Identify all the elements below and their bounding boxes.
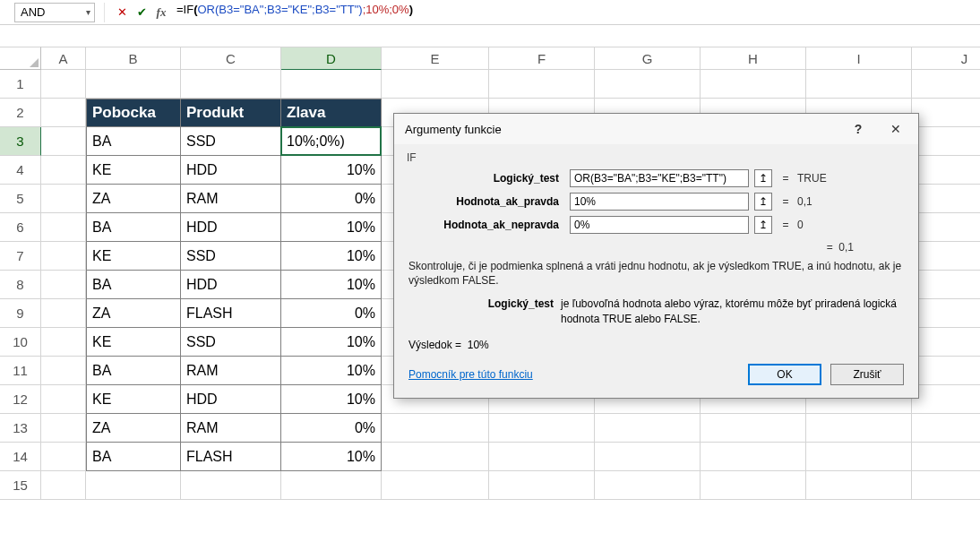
close-icon[interactable]: ✕ xyxy=(881,116,911,142)
row-header-13[interactable]: 13 xyxy=(0,414,41,443)
cell-D12[interactable]: 10% xyxy=(281,385,382,414)
arg-input-1[interactable] xyxy=(570,193,749,211)
collapse-dialog-icon[interactable]: ↥ xyxy=(754,193,772,211)
col-header-C[interactable]: C xyxy=(181,47,281,70)
cell-G1[interactable] xyxy=(595,70,701,99)
cell-D6[interactable]: 10% xyxy=(281,213,382,242)
cell-J4[interactable] xyxy=(912,156,980,185)
cell-D10[interactable]: 10% xyxy=(281,328,382,357)
cell-C8[interactable]: HDD xyxy=(181,271,281,299)
col-header-F[interactable]: F xyxy=(489,47,595,70)
cell-J10[interactable] xyxy=(912,328,980,357)
cell-J15[interactable] xyxy=(912,471,980,500)
cell-F15[interactable] xyxy=(489,471,595,500)
ok-button[interactable]: OK xyxy=(748,364,821,385)
cell-A13[interactable] xyxy=(41,414,86,443)
cell-A14[interactable] xyxy=(41,443,86,471)
cell-B2[interactable]: Pobocka xyxy=(86,99,181,127)
cell-B7[interactable]: KE xyxy=(86,242,181,271)
cell-A10[interactable] xyxy=(41,328,86,357)
cell-C6[interactable]: HDD xyxy=(181,213,281,242)
cell-C12[interactable]: HDD xyxy=(181,385,281,414)
row-header-1[interactable]: 1 xyxy=(0,70,41,99)
cell-B8[interactable]: BA xyxy=(86,271,181,299)
row-header-11[interactable]: 11 xyxy=(0,357,41,385)
cell-J12[interactable] xyxy=(912,385,980,414)
cell-D9[interactable]: 0% xyxy=(281,299,382,328)
cell-B9[interactable]: ZA xyxy=(86,299,181,328)
cell-D13[interactable]: 0% xyxy=(281,414,382,443)
row-header-3[interactable]: 3 xyxy=(0,127,41,156)
cell-E15[interactable] xyxy=(382,471,489,500)
col-header-H[interactable]: H xyxy=(701,47,806,70)
cell-C3[interactable]: SSD xyxy=(181,127,281,156)
cell-B4[interactable]: KE xyxy=(86,156,181,185)
row-header-9[interactable]: 9 xyxy=(0,299,41,328)
cell-A8[interactable] xyxy=(41,271,86,299)
cell-B11[interactable]: BA xyxy=(86,357,181,385)
cancel-icon[interactable]: ✕ xyxy=(114,4,130,21)
cell-B6[interactable]: BA xyxy=(86,213,181,242)
row-header-2[interactable]: 2 xyxy=(0,99,41,127)
cell-I14[interactable] xyxy=(806,443,912,471)
cell-J8[interactable] xyxy=(912,271,980,299)
cell-B15[interactable] xyxy=(86,471,181,500)
cell-D2[interactable]: Zlava xyxy=(281,99,382,127)
cell-B10[interactable]: KE xyxy=(86,328,181,357)
col-header-D[interactable]: D xyxy=(281,47,382,70)
arg-input-0[interactable] xyxy=(570,169,749,187)
cell-H14[interactable] xyxy=(701,443,806,471)
cell-D8[interactable]: 10% xyxy=(281,271,382,299)
cell-F1[interactable] xyxy=(489,70,595,99)
col-header-G[interactable]: G xyxy=(595,47,701,70)
cell-H15[interactable] xyxy=(701,471,806,500)
row-header-12[interactable]: 12 xyxy=(0,385,41,414)
cell-A2[interactable] xyxy=(41,99,86,127)
cell-I1[interactable] xyxy=(806,70,912,99)
cell-B3[interactable]: BA xyxy=(86,127,181,156)
help-link[interactable]: Pomocník pre túto funkciu xyxy=(408,368,533,381)
cell-A1[interactable] xyxy=(41,70,86,99)
row-header-4[interactable]: 4 xyxy=(0,156,41,185)
cell-A15[interactable] xyxy=(41,471,86,500)
cell-D4[interactable]: 10% xyxy=(281,156,382,185)
cell-A6[interactable] xyxy=(41,213,86,242)
cell-H13[interactable] xyxy=(701,414,806,443)
row-header-7[interactable]: 7 xyxy=(0,242,41,271)
cell-J2[interactable] xyxy=(912,99,980,127)
row-header-5[interactable]: 5 xyxy=(0,185,41,213)
cell-A11[interactable] xyxy=(41,357,86,385)
row-header-8[interactable]: 8 xyxy=(0,271,41,299)
collapse-dialog-icon[interactable]: ↥ xyxy=(754,216,772,234)
row-header-14[interactable]: 14 xyxy=(0,443,41,471)
cell-B5[interactable]: ZA xyxy=(86,185,181,213)
cell-D7[interactable]: 10% xyxy=(281,242,382,271)
col-header-J[interactable]: J xyxy=(912,47,980,70)
cell-J6[interactable] xyxy=(912,213,980,242)
cell-A5[interactable] xyxy=(41,185,86,213)
cell-B12[interactable]: KE xyxy=(86,385,181,414)
cell-A7[interactable] xyxy=(41,242,86,271)
cell-C2[interactable]: Produkt xyxy=(181,99,281,127)
cell-D1[interactable] xyxy=(281,70,382,99)
cell-C14[interactable]: FLASH xyxy=(181,443,281,471)
cell-B13[interactable]: ZA xyxy=(86,414,181,443)
cell-J3[interactable] xyxy=(912,127,980,156)
row-header-15[interactable]: 15 xyxy=(0,471,41,500)
col-header-A[interactable]: A xyxy=(41,47,86,70)
cell-D3[interactable]: 10%;0%) xyxy=(281,127,382,156)
cell-E13[interactable] xyxy=(382,414,489,443)
cell-I15[interactable] xyxy=(806,471,912,500)
cell-A3[interactable] xyxy=(41,127,86,156)
cell-J5[interactable] xyxy=(912,185,980,213)
cell-C4[interactable]: HDD xyxy=(181,156,281,185)
arg-input-2[interactable] xyxy=(570,216,749,234)
row-header-6[interactable]: 6 xyxy=(0,213,41,242)
cell-A9[interactable] xyxy=(41,299,86,328)
cell-C11[interactable]: RAM xyxy=(181,357,281,385)
cell-F14[interactable] xyxy=(489,443,595,471)
cell-G13[interactable] xyxy=(595,414,701,443)
formula-input[interactable]: =IF(OR(B3="BA";B3="KE";B3="TT");10%;0%) xyxy=(173,3,973,22)
col-header-B[interactable]: B xyxy=(86,47,181,70)
cell-J7[interactable] xyxy=(912,242,980,271)
